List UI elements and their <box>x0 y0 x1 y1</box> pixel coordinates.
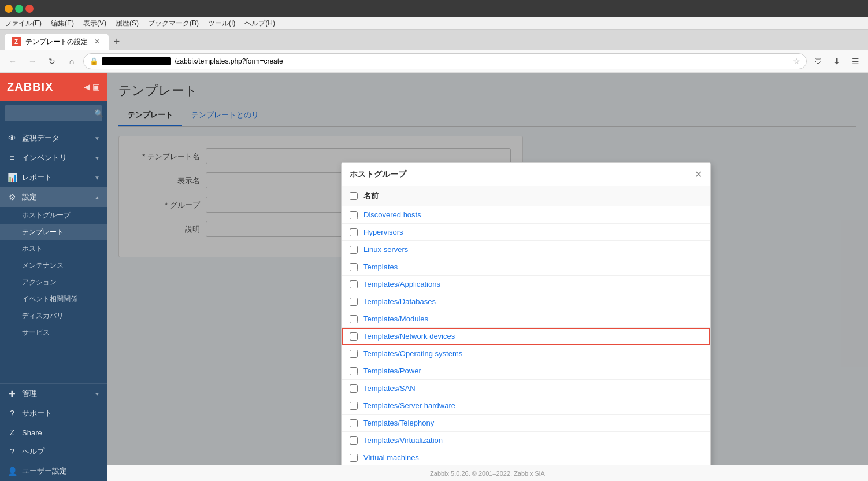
label-templates-modules[interactable]: Templates/Modules <box>363 314 428 323</box>
tab-close-button[interactable]: ✕ <box>92 37 102 46</box>
label-templates-operating-systems[interactable]: Templates/Operating systems <box>363 349 462 358</box>
sidebar-sub-event-relations[interactable]: イベント相関関係 <box>0 291 107 308</box>
sidebar-item-monitoring[interactable]: 👁 監視データ ▼ <box>0 128 107 148</box>
checkbox-templates-databases[interactable] <box>350 298 358 306</box>
label-templates-power[interactable]: Templates/Power <box>363 367 421 375</box>
sidebar-collapse-button[interactable]: ◀ <box>84 82 90 91</box>
sidebar-item-inventory[interactable]: ≡ インベントリ ▼ <box>0 148 107 168</box>
home-button[interactable]: ⌂ <box>64 53 80 69</box>
tab-label: テンプレートの設定 <box>25 37 88 47</box>
label-templates-server-hardware[interactable]: Templates/Server hardware <box>363 401 455 410</box>
list-item-templates-operating-systems[interactable]: Templates/Operating systems <box>342 345 710 362</box>
checkbox-templates-server-hardware[interactable] <box>350 402 358 410</box>
list-item-hypervisors[interactable]: Hypervisors <box>342 224 710 241</box>
bookmark-icon[interactable]: ☆ <box>793 57 800 66</box>
label-templates-applications[interactable]: Templates/Applications <box>363 280 440 288</box>
modal-title: ホストグループ <box>350 169 406 180</box>
menu-view[interactable]: 表示(V) <box>83 18 106 28</box>
checkbox-virtual-machines[interactable] <box>350 454 358 462</box>
menu-bookmarks[interactable]: ブックマーク(B) <box>148 18 199 28</box>
menu-help[interactable]: ヘルプ(H) <box>244 18 275 28</box>
checkbox-templates[interactable] <box>350 263 358 271</box>
chevron-icon-monitoring: ▼ <box>94 135 100 142</box>
sidebar-expand-button[interactable]: ▣ <box>92 82 100 91</box>
reload-button[interactable]: ↻ <box>44 53 60 69</box>
checkbox-templates-power[interactable] <box>350 367 358 375</box>
sidebar-sub-maintenance[interactable]: メンテナンス <box>0 257 107 274</box>
checkbox-templates-modules[interactable] <box>350 315 358 323</box>
list-item-templates-modules[interactable]: Templates/Modules <box>342 310 710 328</box>
list-item-templates-databases[interactable]: Templates/Databases <box>342 293 710 310</box>
menu-tools[interactable]: ツール(I) <box>208 18 235 28</box>
list-item-templates-virtualization[interactable]: Templates/Virtualization <box>342 432 710 449</box>
search-icon[interactable]: 🔍 <box>94 109 103 118</box>
download-icon[interactable]: ⬇ <box>829 53 845 69</box>
checkbox-linux-servers[interactable] <box>350 246 358 254</box>
help-icon: ? <box>7 447 17 456</box>
list-item-discovered-hosts[interactable]: Discovered hosts <box>342 206 710 224</box>
minimize-button[interactable] <box>5 5 13 13</box>
sidebar-item-reports[interactable]: 📊 レポート ▼ <box>0 168 107 187</box>
list-item-templates-applications[interactable]: Templates/Applications <box>342 276 710 293</box>
label-discovered-hosts[interactable]: Discovered hosts <box>363 210 421 219</box>
sidebar-sub-templates[interactable]: テンプレート <box>0 224 107 240</box>
checkbox-discovered-hosts[interactable] <box>350 211 358 219</box>
browser-tab[interactable]: Z テンプレートの設定 ✕ <box>5 34 109 50</box>
sidebar-item-settings[interactable]: ⚙ 設定 ▲ <box>0 187 107 207</box>
list-item-templates-server-hardware[interactable]: Templates/Server hardware <box>342 397 710 415</box>
extensions-icon[interactable]: 🛡 <box>810 53 826 69</box>
sidebar-sub-actions[interactable]: アクション <box>0 274 107 291</box>
page-footer: Zabbix 5.0.26. © 2001–2022, Zabbix SIA <box>107 465 868 481</box>
modal-close-button[interactable]: ✕ <box>695 169 702 180</box>
sidebar-item-help[interactable]: ? ヘルプ <box>0 442 107 461</box>
label-templates-databases[interactable]: Templates/Databases <box>363 297 436 306</box>
label-templates-network-devices[interactable]: Templates/Network devices <box>363 332 455 341</box>
label-virtual-machines[interactable]: Virtual machines <box>363 453 419 462</box>
menu-history[interactable]: 履歴(S) <box>116 18 139 28</box>
menu-file[interactable]: ファイル(E) <box>5 18 42 28</box>
maximize-button[interactable] <box>15 5 23 13</box>
sidebar-sub-label-hosts: ホスト <box>22 244 43 254</box>
label-templates[interactable]: Templates <box>363 262 398 271</box>
list-item-linux-servers[interactable]: Linux servers <box>342 241 710 258</box>
checkbox-templates-network-devices[interactable] <box>350 332 358 341</box>
checkbox-templates-operating-systems[interactable] <box>350 350 358 358</box>
label-templates-san[interactable]: Templates/SAN <box>363 384 416 393</box>
sidebar-item-support[interactable]: ? サポート <box>0 404 107 423</box>
sidebar-sub-hostgroup[interactable]: ホストグループ <box>0 207 107 224</box>
sidebar-item-admin[interactable]: ✚ 管理 ▼ <box>0 384 107 404</box>
select-all-checkbox[interactable] <box>350 192 358 200</box>
sidebar-sub-services[interactable]: サービス <box>0 324 107 341</box>
label-hypervisors[interactable]: Hypervisors <box>363 228 403 236</box>
close-window-button[interactable] <box>25 5 34 13</box>
list-item-templates-network-devices[interactable]: Templates/Network devices <box>342 328 710 345</box>
forward-button[interactable]: → <box>24 53 40 69</box>
list-item-templates[interactable]: Templates <box>342 258 710 276</box>
settings-icon: ⚙ <box>7 193 17 202</box>
list-item-templates-san[interactable]: Templates/SAN <box>342 380 710 397</box>
checkbox-templates-san[interactable] <box>350 384 358 393</box>
new-tab-button[interactable]: + <box>109 34 125 50</box>
share-icon: Z <box>7 428 17 437</box>
list-item-templates-power[interactable]: Templates/Power <box>342 362 710 380</box>
label-templates-telephony[interactable]: Templates/Telephony <box>363 419 434 427</box>
list-item-virtual-machines[interactable]: Virtual machines <box>342 449 710 467</box>
sidebar-sub-discovery[interactable]: ディスカバリ <box>0 308 107 324</box>
checkbox-templates-telephony[interactable] <box>350 419 358 427</box>
list-item-templates-telephony[interactable]: Templates/Telephony <box>342 415 710 432</box>
sidebar-item-share[interactable]: Z Share <box>0 423 107 442</box>
checkbox-templates-virtualization[interactable] <box>350 436 358 445</box>
menu-icon[interactable]: ☰ <box>847 53 863 69</box>
checkbox-templates-applications[interactable] <box>350 280 358 288</box>
label-templates-virtualization[interactable]: Templates/Virtualization <box>363 436 443 445</box>
back-button[interactable]: ← <box>5 53 21 69</box>
checkbox-hypervisors[interactable] <box>350 228 358 236</box>
sidebar-sub-hosts[interactable]: ホスト <box>0 240 107 257</box>
search-input[interactable] <box>5 105 102 121</box>
label-linux-servers[interactable]: Linux servers <box>363 245 408 254</box>
nav-section-main: 👁 監視データ ▼ ≡ インベントリ ▼ 📊 レポート ▼ ⚙ 設定 <box>0 126 107 343</box>
url-bar[interactable]: 🔒 /zabbix/templates.php?form=create ☆ <box>83 53 807 69</box>
footer-text: Zabbix 5.0.26. © 2001–2022, Zabbix SIA <box>430 470 545 477</box>
sidebar-item-user-settings[interactable]: 👤 ユーザー設定 <box>0 461 107 481</box>
menu-edit[interactable]: 編集(E) <box>51 18 74 28</box>
